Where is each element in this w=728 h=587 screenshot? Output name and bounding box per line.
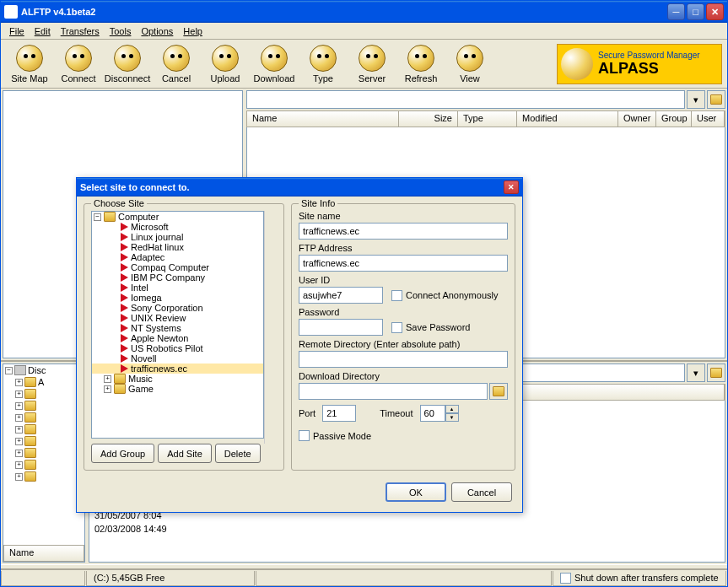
site-arrow-icon	[121, 233, 128, 241]
expand-icon[interactable]: −	[5, 367, 13, 374]
local-folder-row[interactable]: +	[3, 447, 84, 459]
disconnect-icon	[114, 45, 141, 72]
menu-help[interactable]: Help	[178, 24, 208, 38]
site-tree-item[interactable]: Compaq Computer	[92, 262, 263, 272]
menu-options[interactable]: Options	[136, 24, 178, 38]
site-tree-folder[interactable]: +Game	[92, 384, 263, 394]
local-folder-row[interactable]: +	[3, 400, 84, 412]
remote-dir-input[interactable]	[299, 351, 508, 368]
local-folder-row[interactable]: +	[3, 471, 84, 482]
col-group[interactable]: Group	[656, 111, 692, 127]
timeout-input[interactable]	[420, 405, 445, 422]
local-folder-row[interactable]: +	[3, 412, 84, 423]
minimize-button[interactable]: ─	[667, 3, 685, 20]
site-tree-item[interactable]: Adaptec	[92, 252, 263, 262]
site-arrow-icon	[121, 263, 128, 272]
local-name-header[interactable]: Name	[3, 545, 84, 562]
tool-disconnect[interactable]: Disconnect	[104, 41, 151, 87]
site-arrow-icon	[121, 324, 128, 332]
site-tree-item[interactable]: Linux journal	[92, 232, 263, 242]
status-free-space: (C:) 5,45GB Free	[86, 571, 255, 586]
password-input[interactable]	[299, 319, 383, 336]
site-tree-item[interactable]: trafficnews.ec	[92, 364, 263, 374]
ftp-address-input[interactable]	[299, 255, 508, 272]
dialog-close-button[interactable]: ✕	[504, 180, 519, 194]
col-name[interactable]: Name	[247, 111, 399, 127]
local-folder-row[interactable]: +	[3, 435, 84, 447]
site-tree-item[interactable]: UNIX Review	[92, 313, 263, 323]
site-tree-folder[interactable]: +Music	[92, 374, 263, 384]
site-name-input[interactable]	[299, 223, 508, 240]
col-type[interactable]: Type	[458, 111, 517, 127]
site-tree-item[interactable]: Apple Newton	[92, 333, 263, 343]
site-tree-item[interactable]: Novell	[92, 353, 263, 364]
close-button[interactable]: ✕	[706, 3, 724, 20]
local-up-button[interactable]	[707, 364, 725, 382]
tree-scrollbar[interactable]	[264, 211, 277, 444]
tool-sitemap[interactable]: Site Map	[6, 41, 53, 87]
site-tree-item[interactable]: Intel	[92, 283, 263, 293]
list-item[interactable]: 02/03/2008 14:49	[89, 522, 725, 536]
tool-connect[interactable]: Connect	[55, 41, 102, 87]
site-info-group: Site Info Site name FTP Address User ID …	[291, 203, 515, 471]
col-user[interactable]: User	[692, 111, 725, 127]
local-tree-pane[interactable]: −Disc +A++++++++ Name	[3, 364, 85, 563]
remote-dir-label: Remote Directory (Enter absolute path)	[299, 339, 508, 349]
remote-up-button[interactable]	[707, 90, 725, 109]
folder-icon	[24, 424, 36, 434]
browse-folder-button[interactable]	[489, 383, 508, 400]
save-password-checkbox[interactable]	[391, 322, 402, 333]
local-path-dropdown[interactable]: ▾	[687, 364, 705, 382]
col-owner[interactable]: Owner	[618, 111, 656, 127]
remote-path-input[interactable]	[246, 90, 685, 109]
timeout-up-button[interactable]: ▲	[445, 405, 459, 413]
tool-download[interactable]: Download	[251, 41, 298, 87]
alpass-banner[interactable]: Secure Password Manager ALPASS	[557, 44, 722, 84]
port-input[interactable]	[322, 405, 356, 422]
passive-mode-checkbox[interactable]	[299, 430, 310, 441]
site-tree-item[interactable]: NT Systems	[92, 323, 263, 333]
maximize-button[interactable]: □	[687, 3, 704, 20]
menu-tools[interactable]: Tools	[105, 24, 137, 38]
tool-server[interactable]: Server	[348, 41, 396, 87]
site-tree-item[interactable]: US Robotics Pilot	[92, 343, 263, 353]
folder-icon	[24, 401, 36, 411]
site-tree-item[interactable]: Microsoft	[92, 222, 263, 232]
menu-file[interactable]: File	[4, 24, 30, 38]
site-name-label: Site name	[299, 211, 508, 221]
download-dir-input[interactable]	[299, 383, 488, 400]
menu-edit[interactable]: Edit	[30, 24, 56, 38]
main-titlebar[interactable]: ALFTP v4.1beta2 ─ □ ✕	[1, 1, 727, 23]
site-arrow-icon	[121, 334, 128, 342]
site-tree-item[interactable]: IBM PC Company	[92, 272, 263, 283]
local-folder-row[interactable]: +	[3, 388, 84, 400]
tool-refresh[interactable]: Refresh	[397, 41, 445, 87]
local-folder-row[interactable]: +	[3, 423, 84, 435]
tool-type[interactable]: Type	[299, 41, 347, 87]
type-icon	[310, 45, 337, 72]
col-size[interactable]: Size	[399, 111, 458, 127]
tool-view[interactable]: View	[446, 41, 493, 87]
local-folder-row[interactable]: +A	[3, 376, 84, 388]
remote-path-dropdown[interactable]: ▾	[687, 90, 705, 109]
menu-transfers[interactable]: Transfers	[56, 24, 105, 38]
add-group-button[interactable]: Add Group	[91, 444, 154, 463]
tool-upload[interactable]: Upload	[202, 41, 249, 87]
ok-button[interactable]: OK	[386, 482, 446, 502]
shutdown-checkbox[interactable]	[560, 573, 571, 584]
dialog-titlebar[interactable]: Select site to connect to. ✕	[77, 178, 522, 197]
connect-anon-checkbox[interactable]	[391, 290, 402, 301]
timeout-down-button[interactable]: ▼	[445, 413, 459, 422]
add-site-button[interactable]: Add Site	[158, 444, 212, 463]
folder-icon	[24, 389, 36, 399]
local-folder-row[interactable]: +	[3, 459, 84, 471]
site-tree-item[interactable]: RedHat linux	[92, 242, 263, 252]
site-tree-item[interactable]: Sony Corporation	[92, 303, 263, 313]
col-modified[interactable]: Modified	[517, 111, 618, 127]
site-tree-item[interactable]: Iomega	[92, 293, 263, 303]
tool-cancel[interactable]: Cancel	[153, 41, 200, 87]
site-tree[interactable]: −ComputerMicrosoftLinux journalRedHat li…	[91, 211, 264, 439]
delete-button[interactable]: Delete	[215, 444, 261, 463]
user-id-input[interactable]	[299, 287, 383, 304]
cancel-button[interactable]: Cancel	[451, 482, 512, 502]
